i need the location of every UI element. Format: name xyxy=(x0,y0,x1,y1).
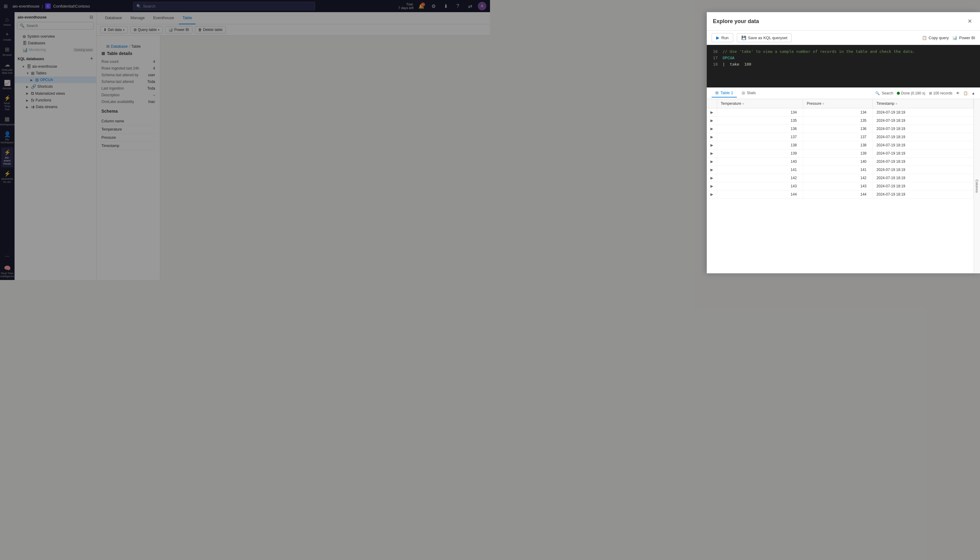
modal-overlay: Explore your data ✕ ▶ Run 💾 Save as KQL … xyxy=(0,0,490,280)
